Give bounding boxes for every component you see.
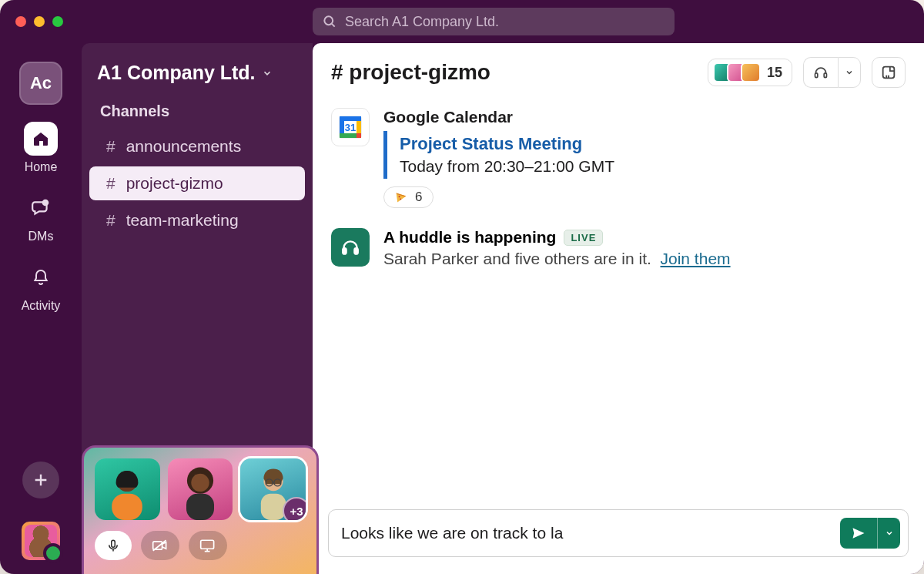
- svg-text:31: 31: [345, 122, 356, 133]
- svg-point-2: [42, 200, 49, 206]
- google-calendar-icon: 31: [331, 108, 370, 146]
- svg-point-8: [191, 474, 209, 492]
- svg-rect-13: [260, 494, 285, 520]
- channel-members-button[interactable]: 15: [708, 59, 792, 86]
- svg-point-32: [400, 198, 401, 200]
- message-calendar: 31 Google Calendar Project Status Meetin…: [331, 108, 906, 208]
- start-huddle-button[interactable]: [803, 57, 838, 88]
- home-icon: [24, 122, 58, 156]
- channel-name: announcements: [126, 137, 241, 156]
- svg-point-0: [324, 16, 333, 25]
- huddle-mic-button[interactable]: [95, 531, 132, 560]
- reaction-count: 6: [415, 190, 422, 205]
- app-name: Google Calendar: [383, 108, 906, 126]
- svg-rect-9: [186, 494, 214, 520]
- channel-name: team-marketing: [126, 211, 239, 230]
- member-count: 15: [767, 65, 782, 81]
- event-time: Today from 20:30–21:00 GMT: [400, 157, 906, 176]
- reaction-pizza[interactable]: 6: [383, 186, 434, 208]
- composer-area: [313, 500, 924, 574]
- titlebar: [0, 0, 924, 43]
- svg-rect-33: [343, 248, 346, 254]
- search-input[interactable]: [313, 8, 675, 35]
- workspace-badge[interactable]: Ac: [19, 62, 62, 105]
- member-avatar-stack: [713, 62, 761, 82]
- huddle-header-button: [803, 57, 861, 88]
- huddle-overflow-badge[interactable]: +3: [283, 497, 306, 520]
- svg-rect-22: [824, 73, 826, 78]
- svg-rect-21: [815, 73, 818, 78]
- calendar-event-card[interactable]: Project Status Meeting Today from 20:30–…: [383, 131, 906, 179]
- huddle-participant-2[interactable]: [168, 458, 233, 520]
- add-button[interactable]: [22, 462, 59, 498]
- maximize-window-icon[interactable]: [52, 16, 63, 27]
- user-avatar[interactable]: [22, 522, 60, 560]
- message-huddle-announcement: A huddle is happening LIVE Sarah Parker …: [331, 228, 906, 268]
- svg-point-31: [399, 196, 400, 197]
- canvas-button[interactable]: [872, 57, 906, 88]
- svg-rect-29: [357, 121, 361, 133]
- pizza-icon: [395, 191, 407, 203]
- huddle-menu-button[interactable]: [838, 57, 861, 88]
- svg-rect-6: [112, 494, 143, 520]
- send-split: [840, 518, 900, 549]
- huddle-screenshare-button[interactable]: [189, 531, 227, 560]
- huddle-announce-title: A huddle is happening: [383, 228, 556, 247]
- hash-icon: #: [106, 174, 116, 193]
- sidebar: A1 Company Ltd. Channels # announcements…: [82, 43, 313, 574]
- nav-activity-label: Activity: [22, 299, 61, 313]
- workspace-name: A1 Company Ltd.: [97, 62, 256, 84]
- svg-rect-27: [357, 133, 361, 138]
- send-button[interactable]: [840, 518, 877, 549]
- svg-line-1: [332, 24, 335, 27]
- search-container: [313, 8, 675, 35]
- event-title: Project Status Meeting: [400, 134, 906, 154]
- huddle-participant-3[interactable]: +3: [240, 458, 306, 520]
- join-huddle-link[interactable]: Join them: [661, 250, 731, 267]
- svg-rect-18: [201, 540, 214, 549]
- minimize-window-icon[interactable]: [34, 16, 45, 27]
- channels-section-label[interactable]: Channels: [82, 95, 313, 128]
- nav-dms[interactable]: DMs: [24, 191, 58, 243]
- activity-icon: [24, 260, 58, 294]
- svg-rect-14: [112, 540, 116, 547]
- close-window-icon[interactable]: [15, 16, 26, 27]
- send-options-button[interactable]: [877, 518, 900, 549]
- chevron-down-icon: [262, 68, 273, 79]
- nav-dms-label: DMs: [28, 230, 54, 243]
- channel-project-gizmo[interactable]: # project-gizmo: [89, 166, 305, 200]
- app-window: Ac Home DMs Activity: [0, 0, 924, 574]
- main-panel: # project-gizmo 15: [313, 43, 924, 574]
- message-list: 31 Google Calendar Project Status Meetin…: [313, 102, 924, 500]
- composer: [328, 509, 909, 557]
- nav-activity[interactable]: Activity: [22, 260, 61, 313]
- nav-home-label: Home: [25, 160, 58, 174]
- huddle-camera-off-button[interactable]: [141, 531, 179, 560]
- workspace-switcher[interactable]: A1 Company Ltd.: [82, 62, 313, 95]
- message-input[interactable]: [341, 524, 832, 542]
- live-badge: LIVE: [564, 230, 603, 246]
- hash-icon: #: [106, 211, 116, 230]
- nav-rail: Ac Home DMs Activity: [0, 43, 82, 574]
- huddle-participant-1[interactable]: [95, 458, 160, 520]
- window-controls: [15, 16, 63, 27]
- svg-rect-34: [354, 248, 357, 254]
- channel-team-marketing[interactable]: # team-marketing: [89, 203, 305, 237]
- dms-icon: [24, 191, 58, 225]
- nav-home[interactable]: Home: [24, 122, 58, 174]
- channel-title[interactable]: # project-gizmo: [331, 60, 490, 85]
- huddle-widget: +3: [82, 445, 319, 574]
- hash-icon: #: [106, 137, 116, 156]
- search-icon: [322, 14, 337, 29]
- avatar: [741, 62, 761, 82]
- headphones-icon: [331, 228, 370, 267]
- svg-rect-16: [153, 542, 162, 549]
- channel-announcements[interactable]: # announcements: [89, 129, 305, 163]
- huddle-participants-text: Sarah Parker and five others are in it.: [383, 250, 651, 267]
- svg-rect-28: [340, 133, 357, 138]
- channel-name: project-gizmo: [126, 174, 223, 193]
- channel-header: # project-gizmo 15: [313, 43, 924, 102]
